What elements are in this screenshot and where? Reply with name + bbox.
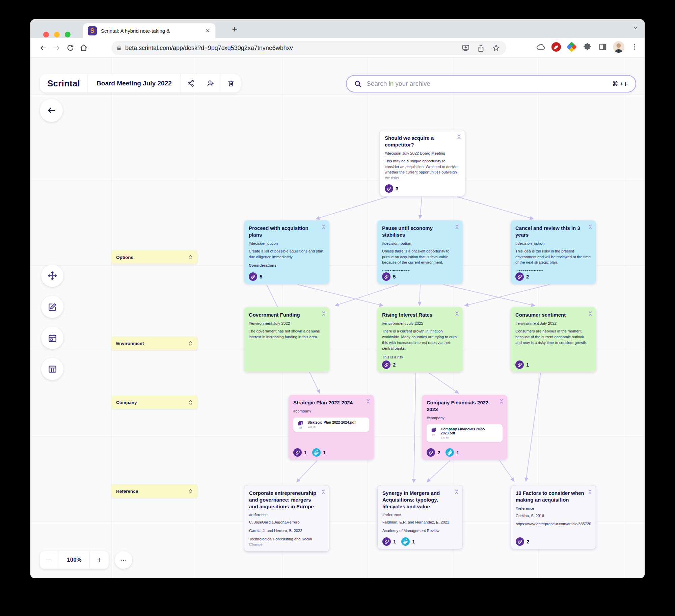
cloud-extension-icon[interactable] [535,42,546,52]
file-type-label: pdf [299,427,302,429]
card-reference-synergy[interactable]: Synergy in Mergers and Acquisitions: typ… [377,485,463,549]
group-label-company[interactable]: Company [111,396,197,409]
profile-avatar[interactable] [613,41,624,53]
move-tool-button[interactable] [41,265,63,287]
card-reference-corporate[interactable]: Corporate entrepreneurship and governanc… [244,485,329,552]
new-note-tool-button[interactable] [41,296,63,318]
side-panel-icon[interactable] [597,42,608,52]
card-consumer-sentiment[interactable]: Consumer sentiment #environment July 202… [511,307,596,372]
install-app-icon[interactable] [462,44,470,52]
forward-icon[interactable] [50,41,63,55]
url-bar[interactable]: beta.scrintal.com/app/desk?d=9pq7cxq530g… [111,41,506,55]
collapse-icon[interactable] [587,489,593,495]
fullscreen-window-button[interactable] [65,32,71,37]
card-tag: #environment July 2022 [515,321,591,325]
links-count: 2 [437,450,440,455]
link-icon [429,450,433,455]
new-tab-button[interactable]: + [229,23,240,35]
calendar-tool-button[interactable] [41,327,63,349]
extensions-puzzle-icon[interactable] [582,42,593,52]
board-view-tool-button[interactable] [41,358,63,380]
tab-close-icon[interactable]: ✕ [205,28,211,34]
tab-search-chevron-icon[interactable] [632,25,639,31]
paperclip-icon [448,450,452,455]
scrintal-canvas[interactable]: Scrintal Board Meeting July 2022 ⌘ + F [30,58,645,578]
card-tag: #decision_option [249,241,325,245]
zoom-out-button[interactable]: − [40,551,59,569]
collapse-icon[interactable] [454,489,459,495]
links-count: 5 [393,274,396,279]
attachments-count: 1 [412,539,415,544]
home-icon[interactable] [77,41,90,55]
card-tag: #reference [382,513,458,517]
links-badge[interactable] [515,360,524,369]
bookmark-star-icon[interactable] [492,44,500,52]
zoom-in-button[interactable]: + [90,551,109,569]
group-label-options[interactable]: Options [111,250,197,264]
collapse-icon[interactable] [454,224,460,230]
archive-search[interactable]: ⌘ + F [346,75,636,92]
card-pause[interactable]: Pause until economy stabilises #decision… [377,220,463,284]
close-window-button[interactable] [43,32,49,37]
links-badge[interactable] [382,360,390,369]
group-label-reference[interactable]: Reference [111,484,197,498]
card-tag: #reference [249,513,324,517]
card-rising-interest-rates[interactable]: Rising Interest Rates #environment July … [377,307,463,372]
collapse-icon[interactable] [321,224,326,230]
group-label-text: Company [116,400,188,405]
search-input[interactable] [367,80,612,87]
collapse-icon[interactable] [499,398,504,404]
card-reference-10-factors[interactable]: 10 Factors to consider when making an ac… [511,485,596,549]
zoom-level[interactable]: 100% [59,551,90,569]
lock-icon [116,45,122,51]
links-badge[interactable] [382,272,390,281]
card-proceed[interactable]: Proceed with acquisition plans #decision… [244,220,329,284]
card-decision[interactable]: Should we acquire a competitor? #decisio… [380,130,465,196]
browser-menu-icon[interactable] [629,42,640,52]
links-badge[interactable] [249,272,257,281]
attachments-badge[interactable] [401,537,410,546]
card-cancel[interactable]: Cancel and review this in 3 years #decis… [511,220,596,284]
tab-strip: S Scrintal: A hybrid note-taking & ✕ + [30,19,645,38]
links-badge[interactable] [382,537,391,546]
collapse-icon[interactable] [456,134,462,140]
share-icon[interactable] [477,44,485,52]
diamond-extension-icon[interactable] [566,42,577,52]
board-title[interactable]: Board Meeting July 2022 [88,80,181,87]
reload-icon[interactable] [63,41,77,55]
attachment-file[interactable]: pdf Strategic Plan 2022-2024.pdf 136 kb [293,418,369,432]
card-government-funding[interactable]: Government Funding #environment July 202… [244,307,329,372]
scrintal-logo[interactable]: Scrintal [47,78,80,89]
card-strategic-plan[interactable]: Strategic Plan 2022-2024 #company pdf St… [289,395,374,460]
collapse-icon[interactable] [321,489,326,495]
collapse-icon[interactable] [321,311,326,317]
collapse-icon[interactable] [588,311,593,317]
links-badge[interactable] [516,537,524,546]
browser-tab[interactable]: S Scrintal: A hybrid note-taking & ✕ [83,23,215,38]
collapse-icon[interactable] [454,311,460,317]
links-badge[interactable] [293,448,302,457]
back-icon[interactable] [36,41,50,55]
red-extension-icon[interactable] [551,42,562,52]
canvas-more-button[interactable]: ⋯ [115,551,132,569]
card-company-financials[interactable]: Company Financials 2022-2023 #company pd… [422,395,507,460]
attachments-badge[interactable] [446,448,454,457]
card-tag: #decision_option [382,241,458,245]
collapse-icon[interactable] [366,398,371,404]
minimize-window-button[interactable] [54,32,60,37]
file-type-label: pdf [432,433,435,436]
links-badge[interactable] [515,272,524,281]
attachments-badge[interactable] [312,448,321,457]
card-title: Rising Interest Rates [382,312,458,318]
pdf-file-icon [297,420,303,426]
attachment-file[interactable]: pdf Company Financials 2022-2023.pdf 136… [427,424,503,442]
canvas-back-button[interactable] [40,99,63,122]
links-badge[interactable] [385,184,393,193]
link-icon [387,186,392,191]
invite-user-button[interactable] [200,74,221,92]
share-board-button[interactable] [181,74,200,92]
group-label-environment[interactable]: Environment [111,337,197,350]
delete-board-button[interactable] [221,74,241,92]
links-badge[interactable] [427,448,435,457]
collapse-icon[interactable] [588,224,593,230]
